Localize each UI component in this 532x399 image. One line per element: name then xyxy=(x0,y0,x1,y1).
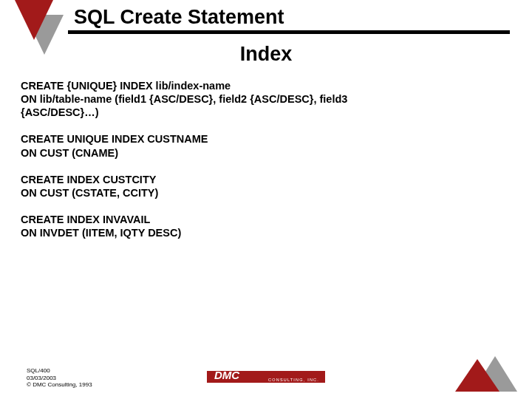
corner-logo-icon xyxy=(13,0,65,59)
slide-footer: SQL/400 03/03/2003 © DMC Consulting, 199… xyxy=(0,356,532,392)
code-line: {ASC/DESC}…) xyxy=(21,106,511,119)
footer-line: © DMC Consulting, 1993 xyxy=(27,381,92,389)
code-block: CREATE UNIQUE INDEX CUSTNAME ON CUST (CN… xyxy=(21,132,511,159)
code-line: ON lib/table-name (field1 {ASC/DESC}, fi… xyxy=(21,92,511,106)
footer-logo-subtext: CONSULTING, INC. xyxy=(268,378,319,382)
slide-title: SQL Create Statement xyxy=(68,6,510,30)
slide-body: CREATE {UNIQUE} INDEX lib/index-name ON … xyxy=(21,79,511,239)
footer-copyright-text: DMC Consulting, 1993 xyxy=(33,381,92,388)
code-block: CREATE {UNIQUE} INDEX lib/index-name ON … xyxy=(21,79,511,119)
code-line: ON CUST (CSTATE, CCITY) xyxy=(21,186,511,200)
slide-subtitle: Index xyxy=(0,43,532,66)
code-block: CREATE INDEX INVAVAIL ON INVDET (IITEM, … xyxy=(21,213,511,239)
footer-line: SQL/400 xyxy=(27,367,92,375)
code-line: CREATE {UNIQUE} INDEX lib/index-name xyxy=(21,79,511,92)
code-block: CREATE INDEX CUSTCITY ON CUST (CSTATE, C… xyxy=(21,173,511,200)
copyright-icon: © xyxy=(27,381,31,388)
code-line: ON CUST (CNAME) xyxy=(21,146,511,160)
code-line: CREATE INDEX INVAVAIL xyxy=(21,213,511,226)
title-underline xyxy=(68,30,510,34)
footer-logo-text: DMC xyxy=(214,369,239,381)
code-line: CREATE UNIQUE INDEX CUSTNAME xyxy=(21,132,511,146)
code-line: CREATE INDEX CUSTCITY xyxy=(21,173,511,186)
footer-meta: SQL/400 03/03/2003 © DMC Consulting, 199… xyxy=(27,367,92,389)
footer-decoration-icon xyxy=(451,355,517,392)
footer-line: 03/03/2003 xyxy=(27,375,92,382)
code-line: ON INVDET (IITEM, IQTY DESC) xyxy=(21,226,511,239)
footer-brand-logo: DMC CONSULTING, INC. xyxy=(207,371,325,383)
